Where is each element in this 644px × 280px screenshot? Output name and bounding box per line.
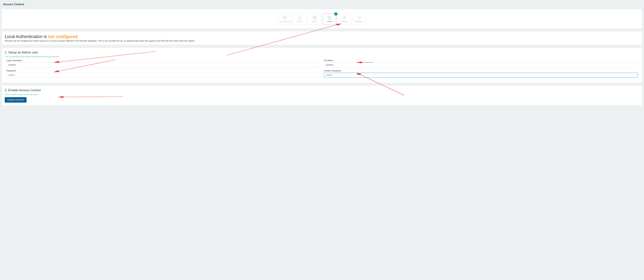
tile-label: Azure AD bbox=[296, 21, 303, 22]
username-input[interactable] bbox=[6, 62, 320, 67]
svg-point-22 bbox=[345, 18, 346, 19]
fullname-label: Full Name bbox=[324, 59, 638, 62]
status-description: Rancher can be configured to restrict ac… bbox=[5, 40, 639, 42]
svg-line-7 bbox=[300, 17, 301, 18]
svg-line-11 bbox=[330, 18, 330, 19]
azure-icon bbox=[297, 15, 302, 20]
step2-hint: Click to enable access control and log i… bbox=[5, 93, 639, 95]
auth-tile-local[interactable]: ✓ LOCAL bbox=[323, 13, 336, 25]
ldap-tree-icon bbox=[342, 15, 347, 20]
status-panel: Local Authentication is not configured R… bbox=[2, 31, 642, 45]
svg-point-18 bbox=[342, 18, 343, 19]
step1-panel: 1. Setup an Admin user This user will be… bbox=[2, 48, 642, 83]
step2-title: 2. Enable Access Control bbox=[5, 88, 639, 92]
windows-icon bbox=[282, 15, 288, 20]
enable-local-auth-button[interactable]: Enable Local Auth bbox=[5, 97, 26, 103]
step1-title: 1. Setup an Admin user bbox=[5, 50, 639, 54]
step2-panel: 2. Enable Access Control Click to enable… bbox=[2, 86, 642, 105]
confirm-password-label: Confirm Password* bbox=[324, 70, 638, 72]
svg-rect-3 bbox=[285, 17, 286, 19]
svg-rect-1 bbox=[285, 16, 286, 17]
svg-point-19 bbox=[343, 18, 344, 19]
svg-line-10 bbox=[329, 18, 329, 19]
auth-tile-azure-ad[interactable]: Azure AD bbox=[293, 13, 306, 25]
password-input[interactable] bbox=[6, 73, 320, 78]
tile-label: OpenLDAP bbox=[341, 21, 348, 22]
username-label: Login Username* bbox=[6, 59, 320, 62]
auth-tile-shibboleth[interactable]: SHIBBOLETH bbox=[352, 13, 366, 25]
password-label: Password* bbox=[6, 70, 320, 72]
cloud-hand-icon bbox=[327, 15, 332, 20]
page-title: Access Control bbox=[3, 3, 642, 6]
check-icon: ✓ bbox=[334, 12, 338, 15]
tile-label: SHIBBOLETH bbox=[355, 21, 364, 22]
fullname-input[interactable] bbox=[324, 62, 638, 67]
svg-point-23 bbox=[346, 18, 346, 19]
auth-provider-panel: Active Directory Azure AD GITHUB ✓ bbox=[2, 9, 642, 28]
tile-label: GITHUB bbox=[312, 21, 317, 22]
svg-point-21 bbox=[344, 18, 345, 19]
step1-hint: This user will become the admin that has… bbox=[5, 56, 639, 58]
auth-tile-active-directory[interactable]: Active Directory bbox=[278, 13, 292, 25]
svg-rect-0 bbox=[283, 16, 284, 17]
auth-tile-openldap[interactable]: OpenLDAP bbox=[338, 13, 351, 25]
tile-label: Active Directory bbox=[280, 21, 290, 22]
tile-label: LOCAL bbox=[327, 21, 332, 22]
svg-line-8 bbox=[298, 17, 300, 18]
svg-rect-2 bbox=[283, 17, 284, 19]
auth-tile-github[interactable]: GITHUB bbox=[308, 13, 322, 25]
svg-point-20 bbox=[344, 18, 344, 19]
status-highlight: not configured bbox=[48, 34, 78, 39]
confirm-password-input[interactable] bbox=[324, 73, 638, 78]
status-heading: Local Authentication is not configured bbox=[5, 34, 639, 39]
status-prefix: Local Authentication is bbox=[5, 34, 48, 39]
github-icon bbox=[312, 15, 317, 20]
shibboleth-icon bbox=[357, 15, 362, 20]
svg-point-12 bbox=[344, 16, 345, 16]
